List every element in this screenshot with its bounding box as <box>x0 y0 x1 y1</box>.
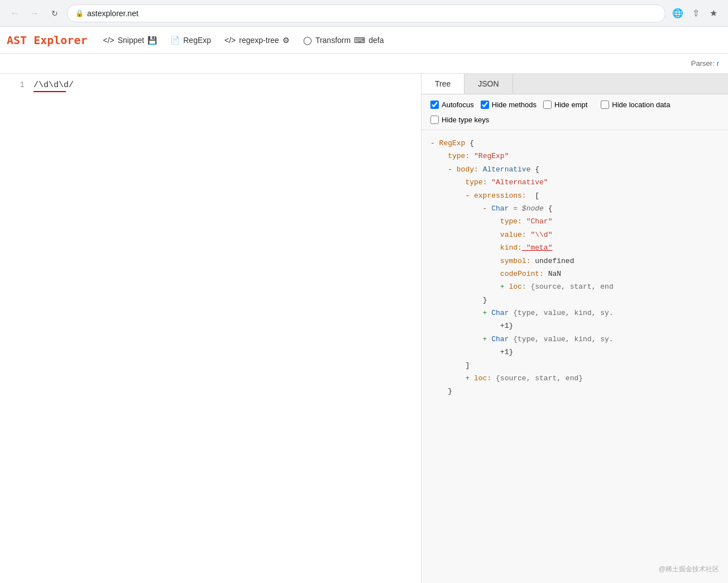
keyboard-icon: ⌨ <box>354 36 365 45</box>
body-value: Alternative <box>478 163 531 176</box>
tree-char-value: value: "\\d" <box>430 228 719 241</box>
tree-char-codepoint: codePoint: NaN <box>430 267 719 280</box>
tree-node-regexp: - RegExp { <box>430 137 719 150</box>
app-toolbar: AST Explorer </> Snippet 💾 📄 RegExp </> … <box>0 27 728 54</box>
parser-link[interactable]: r <box>717 59 719 68</box>
minus-icon: - <box>430 137 439 150</box>
browser-actions: 🌐 ⇧ ★ <box>670 6 721 21</box>
hide-location-label: Hide location data <box>612 101 670 109</box>
tree-expressions: - expressions: [ <box>430 189 719 202</box>
parser-label: Parser: <box>691 59 715 68</box>
tab-tree[interactable]: Tree <box>422 74 464 94</box>
tree-body: - body: Alternative { <box>430 163 719 176</box>
line-number: 1 <box>9 80 25 89</box>
tree-expressions-close: ] <box>430 359 719 372</box>
ast-pane: Tree JSON Autofocus Hide methods Hide em… <box>422 74 728 583</box>
editor-line-1: 1 /\d\d\d/ <box>0 80 421 92</box>
editor-pane[interactable]: 1 /\d\d\d/ <box>0 74 422 583</box>
tree-char3: + Char {type, value, kind, sy. <box>430 333 719 346</box>
regexp-tree-label: regexp-tree <box>239 36 279 45</box>
body-key: body: <box>457 163 478 176</box>
regexp-key: RegExp <box>439 137 466 150</box>
type-value: "RegExp" <box>470 150 509 163</box>
code-content: /\d\d\d/ <box>33 80 74 92</box>
tree-type-alternative: type: "Alternative" <box>430 176 719 189</box>
code-text: /\d\d\d/ <box>33 80 74 90</box>
refresh-button[interactable]: ↻ <box>47 6 63 21</box>
file-icon: 📄 <box>170 36 180 45</box>
code-icon: </> <box>224 36 236 45</box>
ast-tree: - RegExp { type: "RegExp" - body: Altern… <box>422 130 728 583</box>
autofocus-label: Autofocus <box>442 101 474 109</box>
hide-empty-checkbox[interactable] <box>543 101 552 109</box>
url-text: astexplorer.net <box>87 9 138 18</box>
transform-button[interactable]: ◯ Transform ⌨ defa <box>296 31 391 49</box>
tree-char-kind: kind: "meta" <box>430 241 719 254</box>
kind-value: "meta" <box>522 241 553 254</box>
type-key: type: <box>448 150 470 163</box>
main-content: 1 /\d\d\d/ Tree JSON Autofocus Hide meth… <box>0 74 728 583</box>
ast-tabs: Tree JSON <box>422 74 728 94</box>
settings-icon: ⚙ <box>282 36 290 45</box>
save-icon: 💾 <box>147 36 157 45</box>
tree-char2-extra: +1} <box>430 319 719 332</box>
option-hide-type-keys[interactable]: Hide type keys <box>430 116 489 124</box>
tree-char-symbol: symbol: undefined <box>430 255 719 267</box>
lock-icon: 🔒 <box>75 9 84 17</box>
toggle-icon: ◯ <box>303 36 312 45</box>
tree-char-close: } <box>430 294 719 307</box>
forward-button[interactable]: → <box>27 6 42 21</box>
option-autofocus[interactable]: Autofocus <box>430 101 474 109</box>
option-hide-empty[interactable]: Hide empt <box>543 101 587 109</box>
regexp-label: RegExp <box>183 36 211 45</box>
regexp-button[interactable]: 📄 RegExp <box>164 31 218 49</box>
hide-location-checkbox[interactable] <box>601 101 609 109</box>
snippet-label: Snippet <box>118 36 144 45</box>
code-underline <box>33 91 66 92</box>
autofocus-checkbox[interactable] <box>430 101 439 109</box>
bookmark-button[interactable]: ★ <box>706 6 721 21</box>
tab-json[interactable]: JSON <box>464 74 513 94</box>
snippet-icon: </> <box>103 36 114 45</box>
browser-chrome: ← → ↻ 🔒 astexplorer.net 🌐 ⇧ ★ <box>0 0 728 27</box>
ast-options: Autofocus Hide methods Hide empt Hide lo… <box>422 94 728 130</box>
translate-button[interactable]: 🌐 <box>670 6 686 21</box>
app-title: AST Explorer <box>7 34 88 47</box>
transform-label: Transform <box>315 36 351 45</box>
char-key: Char <box>491 202 509 215</box>
option-hide-location[interactable]: Hide location data <box>601 101 670 109</box>
tree-body-loc: + loc: {source, start, end} <box>430 372 719 385</box>
regexp-brace: { <box>465 137 474 150</box>
tree-char3-extra: +1} <box>430 346 719 359</box>
tree-char-type: type: "Char" <box>430 215 719 228</box>
back-button[interactable]: ← <box>7 6 22 21</box>
snippet-button[interactable]: </> Snippet 💾 <box>97 31 164 49</box>
tree-char-loc: + loc: {source, start, end <box>430 280 719 293</box>
hide-type-keys-label: Hide type keys <box>442 116 489 124</box>
parser-bar: Parser: r <box>0 54 728 74</box>
watermark: @稀土掘金技术社区 <box>659 565 719 574</box>
default-label: defa <box>368 36 384 45</box>
hide-methods-checkbox[interactable] <box>481 101 489 109</box>
hide-empty-label: Hide empt <box>554 101 587 109</box>
hide-type-keys-checkbox[interactable] <box>430 116 439 124</box>
tree-regexp-close: } <box>430 385 719 398</box>
tree-char2: + Char {type, value, kind, sy. <box>430 307 719 319</box>
address-bar[interactable]: 🔒 astexplorer.net <box>67 4 665 22</box>
tree-type-regexp: type: "RegExp" <box>430 150 719 163</box>
tree-char-node: - Char = $node { <box>430 202 719 215</box>
share-button[interactable]: ⇧ <box>688 6 703 21</box>
hide-methods-label: Hide methods <box>492 101 537 109</box>
option-hide-methods[interactable]: Hide methods <box>481 101 537 109</box>
regexp-tree-button[interactable]: </> regexp-tree ⚙ <box>218 31 296 49</box>
